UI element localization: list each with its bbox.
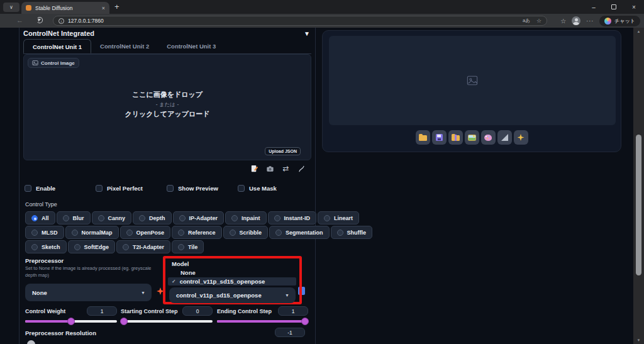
- output-gallery-panel: [322, 30, 621, 152]
- tab-close-icon[interactable]: ×: [102, 5, 105, 11]
- show-preview-checkbox[interactable]: Show Preview: [167, 185, 238, 192]
- radio-softedge[interactable]: SoftEdge: [68, 240, 116, 253]
- swap-icon[interactable]: ⇄: [281, 164, 291, 174]
- preprocessor-help-text: Set to None if the image is already proc…: [25, 265, 156, 279]
- checkbox-icon[interactable]: [96, 185, 103, 192]
- radio-all[interactable]: All: [25, 211, 55, 225]
- tab-controlnet-unit-1[interactable]: ControlNet Unit 1: [23, 39, 91, 53]
- tab-search-button[interactable]: ∨: [3, 3, 19, 12]
- collapse-triangle-icon[interactable]: ▼: [304, 30, 310, 37]
- tab-controlnet-unit-2[interactable]: ControlNet Unit 2: [91, 39, 158, 53]
- browser-tab[interactable]: Stable Diffusion ×: [21, 2, 109, 14]
- more-menu-icon[interactable]: ···: [586, 18, 594, 24]
- radio-lineart[interactable]: Lineart: [318, 211, 359, 225]
- save-zip-button[interactable]: [448, 130, 463, 145]
- radio-icon: [31, 244, 38, 250]
- control-image-tab[interactable]: Control Image: [28, 58, 79, 68]
- copilot-chat-button[interactable]: チャット: [599, 16, 640, 26]
- ending-step-slider[interactable]: [217, 320, 308, 323]
- radio-t2i-adapter[interactable]: T2I-Adapter: [116, 240, 170, 253]
- enable-checkbox[interactable]: Enable: [25, 185, 96, 192]
- new-canvas-icon[interactable]: [250, 164, 259, 174]
- translate-icon[interactable]: aあ: [523, 18, 530, 24]
- model-dropdown[interactable]: control_v11p_sd15_openpose ▼: [169, 287, 296, 303]
- preprocessor-resolution-label: Preprocessor Resolution: [25, 330, 96, 336]
- scrollbar-thumb[interactable]: [636, 135, 641, 275]
- palette-icon: [484, 135, 492, 141]
- preprocessor-resolution-value[interactable]: -1: [275, 328, 305, 337]
- radio-tile[interactable]: Tile: [172, 240, 204, 253]
- new-tab-button[interactable]: +: [114, 2, 119, 11]
- radio-ip-adapter[interactable]: IP-Adapter: [173, 211, 225, 225]
- radio-icon: [72, 230, 78, 236]
- favorite-star-icon[interactable]: ☆: [536, 18, 541, 24]
- ending-step-value[interactable]: 1: [278, 306, 308, 316]
- upscale-button[interactable]: [514, 130, 528, 145]
- radio-blur[interactable]: Blur: [57, 211, 91, 225]
- restore-icon: [611, 4, 616, 9]
- chevron-down-icon: ▼: [285, 293, 296, 297]
- upload-json-button[interactable]: Upload JSON: [265, 147, 301, 155]
- site-favicon: [26, 5, 31, 11]
- radio-depth[interactable]: Depth: [133, 211, 172, 225]
- minimize-button[interactable]: –: [584, 0, 604, 14]
- send-extras-button[interactable]: [497, 130, 512, 145]
- unit-tabs: ControlNet Unit 1 ControlNet Unit 2 Cont…: [23, 39, 311, 54]
- slider-handle[interactable]: [301, 318, 309, 325]
- radio-scribble[interactable]: Scribble: [223, 226, 269, 239]
- checkbox-icon[interactable]: [167, 185, 174, 192]
- model-option-none[interactable]: None: [180, 269, 196, 276]
- address-bar[interactable]: i 127.0.0.1:7860 aあ ☆: [53, 16, 547, 26]
- url-text[interactable]: 127.0.0.1:7860: [68, 18, 523, 24]
- send-image-button[interactable]: [465, 130, 479, 145]
- radio-normalmap[interactable]: NormalMap: [65, 226, 119, 239]
- radio-reference[interactable]: Reference: [172, 226, 222, 239]
- refresh-icon[interactable]: [36, 17, 43, 23]
- checkbox-icon[interactable]: [238, 185, 245, 192]
- model-option-selected[interactable]: ✓ control_v11p_sd15_openpose: [168, 277, 296, 286]
- ending-step-label: Ending Control Step: [217, 308, 272, 314]
- starting-step-slider[interactable]: [121, 320, 213, 323]
- control-weight-value[interactable]: 1: [87, 306, 117, 316]
- page-scrollbar[interactable]: ▲ ▼: [633, 28, 644, 344]
- radio-icon: [178, 244, 184, 250]
- pixel-perfect-checkbox[interactable]: Pixel Perfect: [96, 185, 167, 192]
- save-image-button[interactable]: [432, 130, 447, 145]
- radio-segmentation[interactable]: Segmentation: [269, 226, 330, 239]
- chevron-down-icon: ▼: [141, 291, 152, 295]
- scroll-down-icon[interactable]: ▼: [633, 338, 644, 342]
- starting-step-slider-group: Starting Control Step 0: [121, 306, 213, 323]
- checkbox-icon[interactable]: [25, 185, 31, 192]
- use-mask-checkbox[interactable]: Use Mask: [238, 185, 309, 192]
- preprocessor-dropdown[interactable]: None ▼: [25, 284, 152, 301]
- webcam-icon[interactable]: [265, 164, 275, 174]
- preprocessor-label: Preprocessor: [25, 257, 64, 264]
- radio-instant-id[interactable]: Instant-ID: [268, 211, 317, 225]
- restore-button[interactable]: [604, 0, 624, 14]
- starting-step-value[interactable]: 0: [182, 306, 213, 316]
- output-image-area[interactable]: [329, 36, 616, 125]
- radio-sketch[interactable]: Sketch: [25, 240, 67, 253]
- radio-mlsd[interactable]: MLSD: [25, 226, 64, 239]
- panel-title[interactable]: ControlNet Integrated: [23, 30, 94, 37]
- tab-controlnet-unit-3[interactable]: ControlNet Unit 3: [158, 39, 225, 53]
- radio-icon: [139, 215, 145, 221]
- site-info-icon[interactable]: i: [58, 18, 64, 24]
- radio-inpaint[interactable]: Inpaint: [225, 211, 267, 225]
- close-button[interactable]: ×: [624, 0, 644, 14]
- control-weight-slider[interactable]: [25, 320, 117, 323]
- slider-handle[interactable]: [120, 318, 128, 325]
- radio-shuffle[interactable]: Shuffle: [331, 226, 373, 239]
- slider-handle[interactable]: [27, 340, 35, 344]
- slider-handle[interactable]: [67, 318, 75, 325]
- back-button[interactable]: ←: [16, 16, 23, 24]
- curve-edit-icon[interactable]: [297, 164, 306, 174]
- scroll-up-icon[interactable]: ▲: [633, 30, 644, 33]
- profile-avatar[interactable]: [572, 16, 580, 25]
- control-image-dropzone[interactable]: Control Image ここに画像をドロップ - または - クリックしてア…: [23, 54, 311, 160]
- radio-openpose[interactable]: OpenPose: [120, 226, 171, 239]
- send-inpaint-button[interactable]: [481, 130, 496, 145]
- open-folder-button[interactable]: [416, 130, 430, 145]
- collections-icon[interactable]: ☆: [560, 18, 566, 25]
- radio-canny[interactable]: Canny: [92, 211, 132, 225]
